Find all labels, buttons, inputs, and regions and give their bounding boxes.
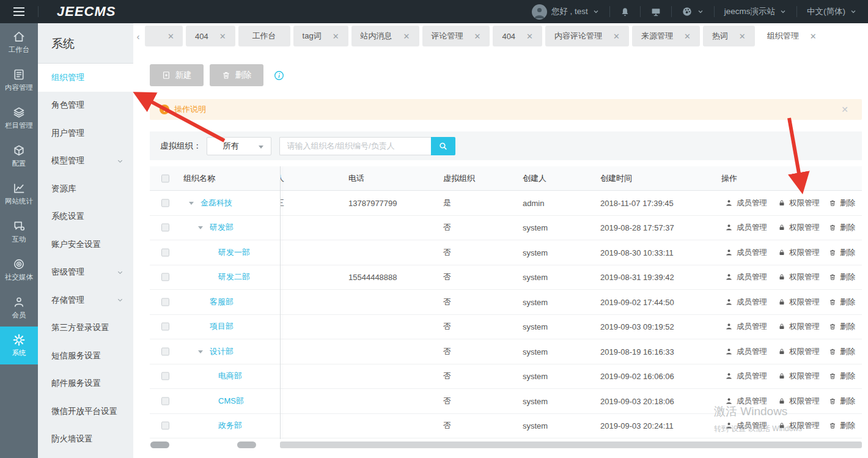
tab-close-icon[interactable]: ✕: [474, 32, 481, 40]
scrollbar-thumb-mid[interactable]: [237, 441, 256, 448]
org-name-link[interactable]: CMS部: [218, 396, 244, 407]
sidebar-item-content[interactable]: 内容管理: [0, 61, 38, 99]
submenu-item-roles[interactable]: 角色管理: [38, 92, 133, 120]
submenu-item-firewall[interactable]: 防火墙设置: [38, 426, 133, 454]
org-name-link[interactable]: 研发二部: [218, 271, 250, 283]
member-manage-link[interactable]: 成员管理: [725, 223, 767, 233]
tab-scroll-left-icon[interactable]: ‹: [134, 31, 142, 42]
row-checkbox[interactable]: [161, 397, 169, 405]
permission-manage-link[interactable]: 权限管理: [778, 272, 820, 283]
sidebar-item-config[interactable]: 配置: [0, 137, 38, 175]
search-input[interactable]: [279, 137, 431, 155]
row-checkbox[interactable]: [161, 298, 169, 306]
submenu-item-sms-service[interactable]: 短信服务设置: [38, 342, 133, 370]
sidebar-item-interaction[interactable]: 互动: [0, 213, 38, 251]
submenu-item-account-security[interactable]: 账户安全设置: [38, 231, 133, 259]
submenu-item-wechat-open[interactable]: 微信开放平台设置: [38, 397, 133, 426]
sidebar-item-workbench[interactable]: 工作台: [0, 23, 38, 61]
tab-comment-mgmt[interactable]: 评论管理 ✕: [422, 26, 490, 46]
search-button[interactable]: [431, 137, 455, 155]
site-select[interactable]: jeecms演示站: [724, 6, 787, 17]
row-checkbox[interactable]: [161, 248, 169, 256]
virtual-org-select[interactable]: 所有: [207, 137, 271, 155]
delete-link[interactable]: 删除: [829, 297, 855, 307]
org-name-link[interactable]: 研发一部: [218, 247, 250, 258]
sidebar-item-channel[interactable]: 栏目管理: [0, 99, 38, 137]
screen-button[interactable]: [650, 7, 661, 17]
permission-manage-link[interactable]: 权限管理: [778, 322, 820, 332]
submenu-item-organization[interactable]: 组织管理: [38, 64, 133, 92]
theme-menu[interactable]: [682, 6, 704, 17]
org-name-link[interactable]: 客服部: [210, 297, 234, 308]
member-manage-link[interactable]: 成员管理: [725, 421, 767, 431]
tab-site-message[interactable]: 站内消息 ✕: [351, 26, 419, 46]
org-name-link[interactable]: 项目部: [210, 321, 234, 332]
member-manage-link[interactable]: 成员管理: [725, 396, 767, 406]
tab-close-icon[interactable]: ✕: [613, 32, 620, 40]
delete-link[interactable]: 删除: [829, 421, 855, 431]
tab-close-icon[interactable]: ✕: [219, 32, 226, 40]
scrollbar-thumb-left[interactable]: [150, 441, 169, 448]
tab-content-comment[interactable]: 内容评论管理 ✕: [545, 26, 629, 46]
tab-source-mgmt[interactable]: 来源管理 ✕: [632, 26, 700, 46]
notifications-button[interactable]: [620, 7, 630, 17]
tree-expand-caret-icon[interactable]: [198, 226, 203, 229]
scrollbar-track-right[interactable]: [280, 441, 862, 448]
tab-404-b[interactable]: 404 ✕: [493, 26, 542, 46]
org-name-link[interactable]: 政务部: [218, 420, 242, 431]
permission-manage-link[interactable]: 权限管理: [778, 198, 820, 208]
org-name-link[interactable]: 研发部: [210, 222, 234, 233]
member-manage-link[interactable]: 成员管理: [725, 322, 767, 332]
submenu-item-users[interactable]: 用户管理: [38, 119, 133, 147]
tab-workbench[interactable]: 工作台: [238, 26, 290, 46]
delete-link[interactable]: 删除: [829, 272, 855, 283]
tab-close-icon[interactable]: ✕: [810, 32, 817, 40]
member-manage-link[interactable]: 成员管理: [725, 297, 767, 307]
delete-link[interactable]: 删除: [829, 322, 855, 332]
new-button[interactable]: 新建: [150, 64, 204, 86]
tab-organization[interactable]: 组织管理 ✕: [758, 26, 826, 46]
tab-close-icon[interactable]: ✕: [167, 32, 174, 40]
user-menu[interactable]: 您好 , test: [532, 4, 600, 20]
submenu-item-mail-service[interactable]: 邮件服务设置: [38, 370, 133, 398]
submenu-item-secrecy[interactable]: 密级管理: [38, 259, 133, 287]
member-manage-link[interactable]: 成员管理: [725, 272, 767, 283]
tab-close-icon[interactable]: ✕: [526, 32, 533, 40]
sidebar-item-members[interactable]: 会员: [0, 289, 38, 327]
member-manage-link[interactable]: 成员管理: [725, 247, 767, 257]
notice-close-icon[interactable]: ✕: [835, 105, 855, 114]
permission-manage-link[interactable]: 权限管理: [778, 247, 820, 257]
permission-manage-link[interactable]: 权限管理: [778, 297, 820, 307]
info-icon[interactable]: [273, 70, 285, 81]
submenu-item-models[interactable]: 模型管理: [38, 147, 133, 175]
delete-link[interactable]: 删除: [829, 223, 855, 233]
org-name-link[interactable]: 设计部: [210, 346, 234, 357]
tab-close-icon[interactable]: ✕: [684, 32, 691, 40]
sidebar-item-statistics[interactable]: 网站统计: [0, 175, 38, 213]
permission-manage-link[interactable]: 权限管理: [778, 346, 820, 356]
member-manage-link[interactable]: 成员管理: [725, 198, 767, 208]
submenu-item-storage[interactable]: 存储管理: [38, 286, 133, 314]
delete-link[interactable]: 删除: [829, 346, 855, 356]
row-checkbox[interactable]: [161, 347, 169, 355]
delete-link[interactable]: 删除: [829, 396, 855, 406]
row-checkbox[interactable]: [161, 372, 169, 380]
tree-expand-caret-icon[interactable]: [189, 202, 194, 205]
language-select[interactable]: 中文(简体): [807, 6, 857, 17]
submenu-item-third-party-login[interactable]: 第三方登录设置: [38, 314, 133, 342]
delete-link[interactable]: 删除: [829, 198, 855, 208]
permission-manage-link[interactable]: 权限管理: [778, 223, 820, 233]
submenu-item-system-settings[interactable]: 系统设置: [38, 203, 133, 231]
member-manage-link[interactable]: 成员管理: [725, 346, 767, 356]
delete-link[interactable]: 删除: [829, 371, 855, 382]
row-checkbox[interactable]: [161, 224, 169, 232]
tab-close-icon[interactable]: ✕: [403, 32, 410, 40]
tab-404-a[interactable]: 404 ✕: [186, 26, 235, 46]
delete-link[interactable]: 删除: [829, 247, 855, 257]
row-checkbox[interactable]: [161, 422, 169, 430]
org-name-link[interactable]: 金磊科技: [200, 198, 232, 209]
row-checkbox[interactable]: [161, 323, 169, 331]
tab-close-icon[interactable]: ✕: [333, 32, 339, 40]
permission-manage-link[interactable]: 权限管理: [778, 421, 820, 431]
permission-manage-link[interactable]: 权限管理: [778, 371, 820, 382]
